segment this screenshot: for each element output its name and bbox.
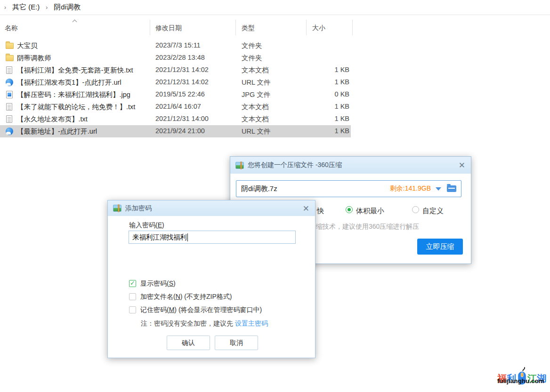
file-size: 1 KB (306, 103, 349, 110)
file-size: 1 KB (306, 127, 349, 135)
column-header-row: 名称 修改日期 类型 大小 (0, 21, 550, 35)
file-date: 2021/9/24 21:00 (155, 127, 205, 135)
security-note: 注：密码没有安全加密，建议先 设置主密码 (141, 320, 268, 328)
file-name: 大宝贝 (17, 41, 38, 50)
show-password-option[interactable]: 显示密码(S) (129, 280, 176, 288)
password-input[interactable]: 来福利江湖找福利 (129, 231, 296, 244)
text-file-icon (6, 115, 14, 123)
file-date: 2021/6/4 16:07 (155, 103, 201, 110)
browse-folder-icon[interactable] (447, 185, 456, 192)
file-type: 文本文档 (242, 103, 269, 112)
breadcrumb-folder[interactable]: 阴di调教 (52, 3, 82, 12)
file-type: 文本文档 (242, 115, 269, 124)
text-file-icon (6, 66, 14, 74)
column-header-size[interactable]: 大小 (312, 24, 325, 32)
file-date: 2023/7/3 15:11 (155, 41, 201, 49)
column-divider[interactable] (306, 20, 307, 35)
file-name: 【来了就能下载的论坛，纯免费！】.txt (17, 103, 135, 112)
compress-dialog-titlebar[interactable]: 您将创建一个压缩文件 -360压缩 ✕ (230, 157, 471, 174)
password-dialog-titlebar[interactable]: 添加密码 ✕ (108, 200, 315, 216)
show-password-label: 显示密码(S) (140, 280, 176, 288)
file-date: 2021/12/31 14:02 (155, 66, 209, 73)
password-dialog-title: 添加密码 (125, 204, 152, 213)
file-type: 文件夹 (242, 41, 262, 50)
file-row[interactable]: 【福利江湖发布页1】-点此打开.url 2021/12/31 14:02 URL… (0, 76, 351, 88)
encrypt-filenames-checkbox[interactable] (129, 293, 136, 300)
file-type: JPG 文件 (242, 90, 270, 99)
folder-icon (6, 42, 14, 49)
show-password-checkbox[interactable] (129, 280, 136, 287)
confirm-button[interactable]: 确认 (167, 336, 210, 350)
file-row[interactable]: 【永久地址发布页】.txt 2021/12/31 14:00 文本文档 1 KB (0, 113, 351, 125)
password-value: 来福利江湖找福利 (132, 233, 187, 242)
file-date: 2023/2/28 13:48 (155, 54, 205, 61)
radio-min-size[interactable] (346, 206, 353, 213)
file-row[interactable]: 【福利江湖】全免费-无套路-更新快.txt 2021/12/31 14:02 文… (0, 64, 351, 76)
compress-dialog-title: 您将创建一个压缩文件 -360压缩 (248, 161, 342, 169)
file-name: 【解压密码：来福利江湖找福利】.jpg (17, 90, 130, 99)
file-row[interactable]: 阴蒂调教师 2023/2/28 13:48 文件夹 (0, 52, 351, 64)
radio-custom[interactable] (412, 206, 419, 213)
file-type: URL 文件 (242, 78, 271, 87)
file-row[interactable]: 【来了就能下载的论坛，纯免费！】.txt 2021/6/4 16:07 文本文档… (0, 101, 351, 113)
cancel-button[interactable]: 取消 (215, 336, 258, 350)
file-row-selected[interactable]: 【最新地址】-点此打开.url 2021/9/24 21:00 URL 文件 1… (0, 125, 351, 137)
chevron-down-icon[interactable] (436, 187, 441, 191)
file-type: 文件夹 (242, 54, 262, 63)
image-file-icon (6, 91, 14, 98)
file-size: 1 KB (306, 66, 349, 73)
remember-password-label: 记住密码(M) (将会显示在管理密码窗口中) (140, 306, 262, 314)
compress-now-button[interactable]: 立即压缩 (417, 239, 463, 255)
close-icon[interactable]: ✕ (303, 204, 309, 212)
site-watermark: 福 利 江 湖 fulijianghu.com (495, 360, 550, 390)
file-size: 0 KB (306, 90, 349, 98)
encrypt-filenames-option[interactable]: 加密文件名(N) (不支持ZIP格式) (129, 293, 232, 301)
file-date: 2019/5/15 22:46 (155, 90, 205, 98)
file-name: 【永久地址发布页】.txt (17, 115, 88, 124)
file-name: 【福利江湖】全免费-无套路-更新快.txt (17, 66, 133, 75)
breadcrumb-drive[interactable]: 其它 (E:) (10, 3, 41, 12)
file-date: 2021/12/31 14:02 (155, 78, 209, 86)
remember-password-option[interactable]: 记住密码(M) (将会显示在管理密码窗口中) (129, 306, 262, 314)
file-type: 文本文档 (242, 66, 269, 75)
file-type: URL 文件 (242, 127, 271, 136)
watermark-domain: fulijianghu.com (497, 377, 544, 384)
column-header-type[interactable]: 类型 (242, 24, 255, 32)
chevron-right-icon[interactable]: › (41, 4, 52, 11)
column-divider[interactable] (235, 20, 236, 35)
url-shortcut-icon (6, 128, 14, 135)
text-cursor (187, 233, 188, 241)
close-icon[interactable]: ✕ (459, 161, 465, 169)
radio-custom-label[interactable]: 自定义 (422, 207, 444, 216)
hidden-radio-label-fragment: 快 (317, 207, 324, 216)
file-size: 1 KB (306, 78, 349, 86)
encrypt-filenames-label: 加密文件名(N) (不支持ZIP格式) (140, 293, 232, 301)
radio-min-size-label[interactable]: 体积最小 (356, 207, 384, 216)
file-list: 大宝贝 2023/7/3 15:11 文件夹 阴蒂调教师 2023/2/28 1… (0, 40, 358, 137)
archive-name-input[interactable]: 阴di调教.7z 剩余:141.9GB (236, 180, 461, 197)
chevron-right-icon[interactable]: › (0, 4, 10, 11)
file-name: 【福利江湖发布页1】-点此打开.url (17, 78, 121, 87)
password-input-label: 输入密码(E) (129, 221, 164, 230)
breadcrumb: › 其它 (E:) › 阴di调教 (0, 0, 550, 15)
remember-password-checkbox[interactable] (129, 306, 136, 313)
folder-icon (6, 54, 14, 62)
zip-archive-icon (235, 162, 244, 169)
file-size: 1 KB (306, 115, 349, 122)
zip-archive-icon (113, 205, 121, 212)
file-row[interactable]: 大宝贝 2023/7/3 15:11 文件夹 (0, 40, 351, 52)
file-date: 2021/12/31 14:00 (155, 115, 209, 122)
format-note-text: 缩技术，建议使用360压缩进行解压 (316, 223, 419, 231)
url-shortcut-icon (6, 79, 14, 86)
column-divider[interactable] (352, 20, 353, 35)
file-row[interactable]: 【解压密码：来福利江湖找福利】.jpg 2019/5/15 22:46 JPG … (0, 88, 351, 101)
column-header-name[interactable]: 名称 (5, 24, 18, 32)
free-space-label: 剩余:141.9GB (390, 184, 431, 193)
add-password-dialog: 添加密码 ✕ 输入密码(E) 来福利江湖找福利 显示密码(S) 加密文件名(N)… (107, 200, 315, 358)
file-name: 【最新地址】-点此打开.url (17, 127, 97, 136)
file-name: 阴蒂调教师 (17, 54, 51, 63)
column-header-date[interactable]: 修改日期 (155, 24, 182, 32)
column-divider[interactable] (150, 20, 150, 35)
set-master-password-link[interactable]: 设置主密码 (235, 320, 268, 327)
archive-filename[interactable]: 阴di调教.7z (241, 184, 390, 193)
